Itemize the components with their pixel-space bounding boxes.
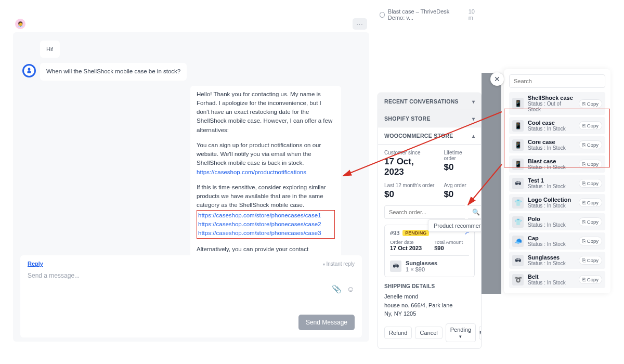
product-link[interactable]: https://caseshop.com/store/phonecases/ca… [198,230,321,236]
agent-paragraph: You can sign up for product notification… [197,141,335,177]
reco-search-input[interactable] [509,74,605,88]
context-panel: Recent Conversations▾ Shopify Store▾ Woo… [378,93,482,349]
search-icon[interactable]: 🔍 [468,205,482,219]
product-row: 🕶Test 1Status : In StockCopy [509,175,605,192]
copy-button[interactable]: Copy [579,237,602,245]
section-recent-conversations[interactable]: Recent Conversations▾ [378,93,481,110]
customer-avatar [22,64,36,77]
order-number: #93 [390,230,399,236]
order-status-badge: PENDING [402,230,429,236]
product-link[interactable]: https://caseshop.com/store/phonecases/ca… [198,212,321,218]
message-row: Hi! [22,41,360,58]
send-button[interactable]: Send Message [298,315,355,330]
cancel-button[interactable]: Cancel [415,327,442,339]
stat-avg-order: Avg order $0 [444,183,466,200]
product-name: Cool case [528,120,575,126]
product-name: Polo [528,216,575,222]
tab-reply[interactable]: Reply [28,261,43,267]
chevron-down-icon: ▾ [472,99,475,105]
agent-paragraph: Hello! Thank you for contacting us. My n… [197,90,335,135]
notification-link[interactable]: https://caseshop.com/productnotification… [197,169,306,175]
pending-dropdown[interactable]: Pending [446,323,476,342]
product-status: Status : In Stock [528,164,575,170]
product-status: Status : In Stock [528,222,575,228]
breadcrumb-time: 10 m [469,8,479,21]
chevron-down-icon: ▾ [472,116,475,122]
obscured-chat-underlay [482,73,501,294]
product-row: 🧢CapStatus : In StockCopy [509,232,605,250]
product-recommendation-popover: ✕ 📱ShellShock caseStatus : Out of StockC… [504,69,610,293]
copy-button[interactable]: Copy [579,217,602,226]
product-name: Blast case [528,158,575,164]
shipping-details: Shipping Details Jenelle mond house no. … [384,283,475,318]
shipping-name: Jenelle mond [384,292,475,301]
shipping-addr1: house no. 666/4, Park lane [384,301,475,310]
compose-box: Reply Instant reply Send a message... 📎 … [20,255,362,337]
product-status: Status : In Stock [528,261,575,266]
product-name: Logo Collection [528,197,575,203]
product-name: Cap [528,235,575,241]
product-list: 📱ShellShock caseStatus : Out of StockCop… [509,92,605,288]
product-thumb: 👕 [512,216,524,228]
close-icon[interactable]: ✕ [490,72,504,86]
product-row: 👕Logo CollectionStatus : In StockCopy [509,194,605,211]
more-menu-button[interactable]: ··· [353,18,367,30]
order-card: #93 PENDING ↗ Order date 17 Oct 2023 Tot… [384,225,475,277]
copy-button[interactable]: Copy [579,140,602,149]
attachment-icon[interactable]: 📎 [332,284,342,294]
instant-reply-toggle[interactable]: Instant reply [323,261,355,267]
woocommerce-body: Customer since 17 Oct, 2023 Lifetime ord… [378,145,481,348]
stat-lifetime-order: Lifetime order $0 [444,150,475,177]
search-order-input[interactable] [384,205,465,219]
product-thumb: 📱 [512,98,524,109]
order-line-item: 🕶 Sunglasses 1 × $90 [390,255,469,272]
product-thumb: ➰ [512,274,524,285]
chat-area: 🧑‍💼 ··· Hi! When will the ShellShock mob… [13,16,369,342]
product-thumb: 🕶 [512,178,524,189]
copy-button[interactable]: Copy [579,256,602,265]
emoji-icon[interactable]: ☺ [347,284,355,294]
order-date: Order date 17 Oct 2023 [390,239,422,251]
order-total: Total Amount $90 [434,239,463,251]
product-link[interactable]: https://caseshop.com/store/phonecases/ca… [198,221,321,227]
product-row: ➰BeltStatus : In StockCopy [509,271,605,288]
product-row: 📱Blast caseStatus : In StockCopy [509,155,605,173]
status-ring-icon [380,12,385,18]
section-shopify-store[interactable]: Shopify Store▾ [378,110,481,127]
copy-button[interactable]: Copy [579,121,602,130]
item-thumb: 🕶 [390,261,401,272]
product-links-box: https://caseshop.com/store/phonecases/ca… [197,210,335,239]
product-thumb: 👕 [512,197,524,209]
stat-last-12-months: Last 12 month's order $0 [384,183,434,200]
copy-button[interactable]: Copy [579,275,602,284]
breadcrumb: Blast case – ThriveDesk Demo: v... 10 m [378,8,482,26]
product-status: Status : In Stock [528,145,575,151]
refund-button[interactable]: Refund [384,327,412,339]
product-name: Sunglasses [528,254,575,261]
product-row: 📱ShellShock caseStatus : Out of StockCop… [509,92,605,115]
customer-message: When will the ShellShock mobile case be … [40,63,187,80]
copy-button[interactable]: Copy [579,179,602,188]
chat-header: 🧑‍💼 ··· [13,16,369,32]
copy-button[interactable]: Copy [579,160,602,168]
item-name: Sunglasses [406,260,437,266]
compose-input[interactable]: Send a message... [28,272,355,297]
copy-button[interactable]: Copy [579,99,602,108]
chat-body: Hi! When will the ShellShock mobile case… [13,32,369,342]
product-status: Status : Out of Stock [528,101,575,112]
product-thumb: 📱 [512,120,524,132]
message-row: When will the ShellShock mobile case be … [22,63,360,80]
product-name: Belt [528,274,575,280]
filter-icon[interactable]: ≡ [479,326,482,340]
shipping-addr2: Ny, NY 1205 [384,309,475,318]
product-thumb: 📱 [512,159,524,170]
product-name: Test 1 [528,177,575,184]
section-woocommerce-store[interactable]: WooCommerce Store▴ [378,127,481,145]
copy-button[interactable]: Copy [579,198,602,207]
stat-customer-since: Customer since 17 Oct, 2023 [384,150,435,177]
product-status: Status : In Stock [528,241,575,247]
product-status: Status : In Stock [528,280,575,285]
agent-paragraph: If this is time-sensitive, consider expl… [197,183,335,239]
item-qty-price: 1 × $90 [406,266,437,272]
product-status: Status : In Stock [528,126,575,132]
